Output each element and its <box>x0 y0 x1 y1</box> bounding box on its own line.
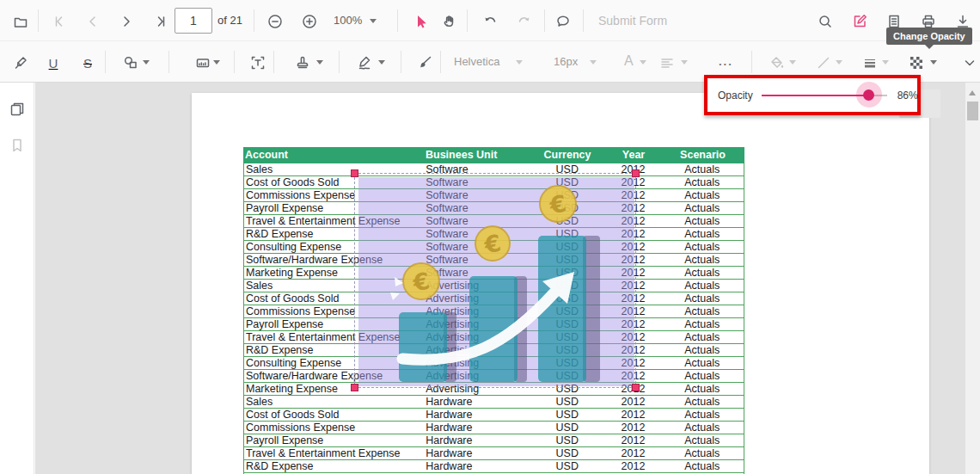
chevron-down-icon[interactable] <box>930 60 937 65</box>
textbox-icon[interactable] <box>246 51 270 75</box>
table-row: R&D ExpenseHardwareUSD2012Actuals <box>244 460 744 473</box>
left-panel <box>0 83 34 474</box>
doc-table-header: AccountBusinees UnitCurrencyYearScenario <box>243 147 744 163</box>
table-cell: 2012 <box>606 460 661 472</box>
table-cell: USD <box>529 396 606 408</box>
first-page-button[interactable] <box>46 9 70 34</box>
table-row: SalesHardwareUSD2012Actuals <box>244 396 744 409</box>
table-cell: Actuals <box>660 370 744 382</box>
table-cell: Actuals <box>660 241 744 253</box>
chevron-down-icon <box>789 60 796 65</box>
table-cell: 2012 <box>606 434 661 446</box>
strikethrough-button[interactable]: S <box>76 51 100 75</box>
more-options-button[interactable]: ... <box>719 55 733 68</box>
selected-image-overlay[interactable]: € € € <box>354 173 636 388</box>
table-cell: Actuals <box>660 189 744 201</box>
table-cell: Sales <box>244 396 426 408</box>
divider <box>544 9 545 32</box>
line-weight-icon[interactable] <box>858 51 882 75</box>
table-row: Payroll ExpenseHardwareUSD2012Actuals <box>244 434 744 447</box>
last-page-button[interactable] <box>150 9 174 34</box>
fill-color-icon <box>765 51 789 75</box>
select-cursor-icon[interactable] <box>409 9 433 34</box>
table-cell: 2012 <box>606 409 661 421</box>
header-cell: Year <box>606 147 661 163</box>
scrollbar-thumb[interactable] <box>967 102 978 120</box>
table-cell: Travel & Entertainment Expense <box>244 447 426 459</box>
table-cell: Actuals <box>660 434 744 446</box>
tooltip-text: Change Opacity <box>893 31 965 41</box>
signature-icon[interactable] <box>352 51 377 75</box>
table-cell: Payroll Expense <box>244 434 426 446</box>
divider <box>751 51 752 73</box>
collapse-chevron-icon[interactable] <box>958 51 980 75</box>
hand-tool-icon[interactable] <box>437 9 461 34</box>
table-cell: USD <box>529 447 606 459</box>
divider <box>467 9 468 32</box>
opacity-popup: Opacity 86% <box>704 75 921 115</box>
resize-handle-bottom-left[interactable] <box>351 384 358 391</box>
prev-page-button[interactable] <box>81 9 105 34</box>
zoom-in-icon[interactable] <box>297 9 322 34</box>
chevron-down-icon[interactable] <box>316 60 323 65</box>
resize-handle-top-right[interactable] <box>632 169 640 177</box>
table-cell: Actuals <box>660 383 744 395</box>
divider <box>168 51 169 73</box>
opacity-slider-handle[interactable] <box>863 89 874 101</box>
table-cell: Actuals <box>660 202 744 214</box>
underline-button[interactable]: U <box>41 51 65 75</box>
image-tool-icon[interactable] <box>191 51 215 75</box>
table-cell: USD <box>529 422 606 434</box>
shapes-icon[interactable] <box>119 51 143 75</box>
chevron-down-icon[interactable] <box>378 60 385 65</box>
table-cell: 2012 <box>606 447 661 459</box>
table-cell: Cost of Goods Sold <box>244 409 426 421</box>
form-edit-icon[interactable] <box>848 9 872 34</box>
table-cell: Actuals <box>660 292 744 305</box>
search-icon[interactable] <box>813 9 837 34</box>
header-cell: Scenario <box>661 147 744 163</box>
page-number-input[interactable] <box>175 8 212 34</box>
undo-icon[interactable] <box>478 9 502 34</box>
align-icon <box>655 51 679 75</box>
table-cell: Actuals <box>660 280 744 292</box>
opacity-slider-track[interactable] <box>762 95 887 96</box>
divider <box>583 9 584 32</box>
chevron-down-icon <box>882 60 889 65</box>
redo-icon[interactable] <box>512 9 536 34</box>
highlighter-icon[interactable] <box>9 51 33 75</box>
tooltip-arrow-icon <box>925 45 934 49</box>
comment-icon[interactable] <box>551 9 575 34</box>
table-cell: Actuals <box>660 357 744 369</box>
header-cell: Account <box>243 147 426 163</box>
table-cell: Hardware <box>426 447 529 459</box>
table-cell: Actuals <box>660 422 744 434</box>
table-cell: 2012 <box>606 396 661 408</box>
font-size-select: 16px <box>554 55 578 68</box>
pages-panel-icon[interactable] <box>5 97 29 121</box>
table-cell: Actuals <box>660 305 744 317</box>
table-cell: Actuals <box>660 344 744 356</box>
resize-handle-bottom-right[interactable] <box>632 384 640 391</box>
resize-handle-top-left[interactable] <box>351 169 358 177</box>
bookmark-panel-icon[interactable] <box>5 133 29 157</box>
table-cell: 2012 <box>606 422 661 434</box>
chevron-down-icon[interactable] <box>213 60 220 65</box>
next-page-button[interactable] <box>114 9 138 34</box>
brush-icon[interactable] <box>413 51 437 75</box>
vertical-scrollbar[interactable] <box>965 83 980 474</box>
stamp-icon[interactable] <box>291 51 315 75</box>
font-color-button: A <box>624 53 634 69</box>
table-cell: Commissions Expense <box>244 422 426 434</box>
opacity-grid-icon[interactable] <box>904 51 928 75</box>
divider <box>105 51 106 73</box>
slider-halo <box>856 82 882 108</box>
chevron-down-icon[interactable] <box>143 60 150 65</box>
zoom-out-icon[interactable] <box>263 9 287 34</box>
opacity-slider-fill <box>762 95 870 96</box>
divider <box>234 51 235 73</box>
zoom-level-select[interactable]: 100% <box>334 14 362 27</box>
folder-icon[interactable] <box>9 9 33 34</box>
scroll-up-icon[interactable] <box>969 90 976 95</box>
table-cell: Hardware <box>426 460 529 472</box>
